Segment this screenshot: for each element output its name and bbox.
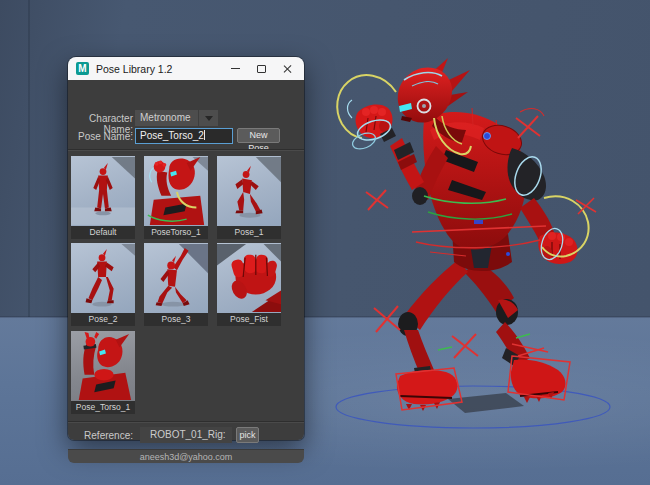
pose-label: Pose_2 — [71, 313, 135, 326]
pose-thumbnail[interactable] — [144, 243, 208, 313]
text-cursor — [204, 130, 205, 140]
pick-button[interactable]: pick — [236, 427, 259, 443]
pose-label: Pose_1 — [217, 226, 281, 239]
minimize-button[interactable] — [222, 57, 248, 80]
pose-item-default[interactable]: Default — [71, 156, 135, 239]
pose-library-window: M Pose Library 1.2 Character Name: Metro… — [68, 57, 304, 440]
maya-app-icon: M — [76, 62, 89, 75]
side-x-marker — [366, 190, 388, 210]
window-titlebar[interactable]: M Pose Library 1.2 — [68, 57, 304, 80]
pose-item-pose-2[interactable]: Pose_2 — [71, 243, 135, 326]
maximize-icon — [257, 65, 266, 73]
separator — [68, 149, 304, 150]
pose-name-input[interactable]: Pose_Torso_2 — [135, 128, 233, 144]
window-title: Pose Library 1.2 — [96, 63, 222, 75]
pose-thumbnail[interactable] — [144, 156, 208, 226]
close-button[interactable] — [274, 57, 300, 80]
pose-item-posetorso-1[interactable]: PoseTorso_1 — [144, 156, 208, 239]
chevron-down-icon — [205, 116, 213, 121]
pose-thumbnail[interactable] — [71, 243, 135, 313]
pose-thumbnail[interactable] — [71, 331, 135, 401]
robot-back-leg — [464, 262, 565, 403]
pose-thumbnail[interactable] — [71, 156, 135, 226]
pose-label: Pose_3 — [144, 313, 208, 326]
pose-thumbnail[interactable] — [217, 243, 281, 313]
character-name-dropdown[interactable]: Metronome — [135, 110, 198, 126]
window-panel: Character Name: Metronome Pose Name: Pos… — [68, 80, 304, 440]
center-x-marker — [452, 334, 478, 358]
pose-label: Pose_Fist — [217, 313, 281, 326]
dropdown-arrow-button[interactable] — [199, 110, 218, 126]
close-icon — [282, 64, 292, 74]
pose-thumbnail-grid: Default — [68, 156, 304, 416]
pose-label: PoseTorso_1 — [144, 226, 208, 239]
maya-viewport: M Pose Library 1.2 Character Name: Metro… — [0, 0, 650, 485]
author-email: aneesh3d@yahoo.com — [68, 449, 304, 463]
shoulder-led — [484, 133, 491, 140]
maximize-button[interactable] — [248, 57, 274, 80]
pose-name-value: Pose_Torso_2 — [140, 130, 204, 141]
minimize-icon — [231, 68, 240, 69]
pose-item-pose-fist[interactable]: Pose_Fist — [217, 243, 281, 326]
new-pose-button[interactable]: New Pose — [237, 128, 280, 143]
shoulder-x-marker — [516, 116, 540, 138]
pose-item-pose-3[interactable]: Pose_3 — [144, 243, 208, 326]
pose-name-label: Pose Name: — [70, 131, 133, 142]
separator — [68, 421, 304, 422]
reference-field[interactable]: ROBOT_01_Rig: — [140, 427, 232, 443]
pose-label: Default — [71, 226, 135, 239]
pose-item-pose-1[interactable]: Pose_1 — [217, 156, 281, 239]
pose-thumbnail[interactable] — [217, 156, 281, 226]
knee-x-marker — [374, 306, 400, 332]
robot-front-leg — [397, 260, 468, 411]
reference-label: Reference: — [83, 430, 133, 441]
pose-label: Pose_Torso_1 — [71, 401, 135, 414]
pose-item-pose-torso-1[interactable]: Pose_Torso_1 — [71, 331, 135, 414]
